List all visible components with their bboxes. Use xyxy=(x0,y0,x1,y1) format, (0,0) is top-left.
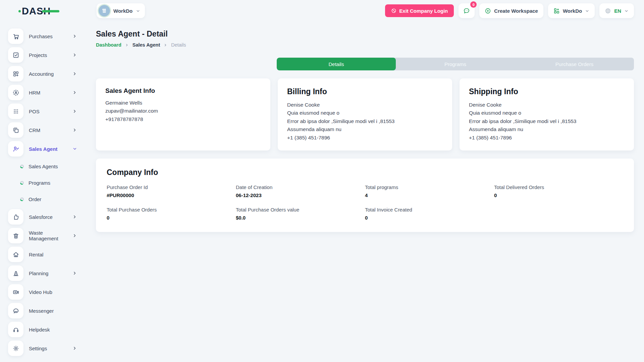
sidebar: Purchases Projects Accounting xyxy=(0,21,84,362)
sidebar-item-label: Planning xyxy=(29,270,67,276)
sidebar-item-video-hub[interactable]: Video Hub xyxy=(8,283,77,301)
ban-icon xyxy=(391,8,396,13)
shipping-info-card: Shipping Info Denise Cooke Quia eiusmod … xyxy=(460,78,634,150)
sidebar-item-label: POS xyxy=(29,109,67,114)
brand-logo[interactable]: DASH xyxy=(0,5,84,17)
apps-grid-plus-icon xyxy=(553,8,560,14)
field-total-purchase-orders: Total Purchase Orders 0 xyxy=(107,207,236,221)
breadcrumb-dashboard-link[interactable]: Dashboard xyxy=(96,42,121,48)
create-workspace-button[interactable]: Create Workspace xyxy=(479,3,543,18)
chevron-right-icon xyxy=(72,128,77,132)
workspace-name: WorkDo xyxy=(113,8,132,14)
sidebar-item-label: Salesforce xyxy=(29,214,67,220)
sidebar-item-label: CRM xyxy=(29,127,67,133)
topbar: DASH WorkDo Exit Company Login xyxy=(0,0,644,21)
shipping-phone: +1 (385) 451-7896 xyxy=(469,134,625,142)
page-title: Sales Agent - Detail xyxy=(96,29,634,39)
agent-name: Germaine Wells xyxy=(105,99,261,107)
workspace-switcher[interactable]: WorkDo xyxy=(97,3,145,18)
submenu-bullet-icon xyxy=(20,181,24,185)
messages-button[interactable]: 0 xyxy=(459,3,475,18)
detail-tabs: Details Programs Purchase Orders xyxy=(277,58,634,70)
tab-programs[interactable]: Programs xyxy=(396,58,515,70)
sidebar-item-projects[interactable]: Projects xyxy=(8,46,77,64)
sidebar-item-hrm[interactable]: HRM xyxy=(8,83,77,102)
tab-purchase-orders[interactable]: Purchase Orders xyxy=(515,58,634,70)
info-cards-row: Sales Agent Info Germaine Wells zupav@ma… xyxy=(96,78,634,150)
exit-company-login-button[interactable]: Exit Company Login xyxy=(385,4,454,17)
sidebar-item-pos[interactable]: POS xyxy=(8,102,77,121)
workdo-menu-button[interactable]: WorkDo xyxy=(548,3,595,18)
field-label: Total Invoice Created xyxy=(365,207,494,213)
company-info-card: Company Info Purchase Order Id #PUR00000… xyxy=(96,159,634,232)
sidebar-item-purchases[interactable]: Purchases xyxy=(8,27,77,46)
sidebar-item-planning[interactable]: Planning xyxy=(8,264,77,283)
sidebar-item-helpdesk[interactable]: Helpdesk xyxy=(8,320,77,339)
sidebar-item-label: Waste Management xyxy=(29,230,67,241)
chevron-right-icon xyxy=(72,90,77,95)
chevron-down-icon xyxy=(136,9,140,13)
tab-details[interactable]: Details xyxy=(277,58,396,70)
chat-bubble-icon xyxy=(463,7,470,14)
sidebar-subitem-sales-agents[interactable]: Sales Agents xyxy=(8,158,77,175)
billing-info-card: Billing Info Denise Cooke Quia eiusmod n… xyxy=(278,78,452,150)
breadcrumb-details: Details xyxy=(171,42,186,48)
card-title: Sales Agent Info xyxy=(105,87,261,95)
workspace-avatar xyxy=(99,5,110,16)
agent-email: zupav@mailinator.com xyxy=(105,107,261,115)
field-label: Purchase Order Id xyxy=(107,184,236,190)
submenu-bullet-icon xyxy=(20,197,24,201)
chevron-right-icon xyxy=(125,43,129,47)
sidebar-item-label: Sales Agent xyxy=(29,146,67,152)
shipping-address-line-1: Quia eiusmod neque o xyxy=(469,109,625,117)
globe-icon xyxy=(605,8,611,14)
sales-agent-info-card: Sales Agent Info Germaine Wells zupav@ma… xyxy=(96,78,270,150)
sidebar-item-salesforce[interactable]: Salesforce xyxy=(8,207,77,226)
sidebar-item-rental[interactable]: Rental xyxy=(8,245,77,264)
chevron-right-icon xyxy=(72,233,77,238)
dash-logo-icon: DASH xyxy=(18,5,60,17)
billing-phone: +1 (385) 451-7896 xyxy=(287,134,443,142)
language-code: EN xyxy=(614,8,621,14)
sidebar-subitem-label: Programs xyxy=(29,180,50,186)
field-value: #PUR00000 xyxy=(107,192,236,198)
field-value: 0 xyxy=(494,192,623,198)
field-value: $0.0 xyxy=(236,215,365,221)
sidebar-item-label: Video Hub xyxy=(29,289,77,295)
sidebar-subitem-programs[interactable]: Programs xyxy=(8,175,77,191)
cone-icon xyxy=(8,265,23,281)
field-total-purchase-orders-value: Total Purchase Orders value $0.0 xyxy=(236,207,365,221)
submenu-bullet-icon xyxy=(20,165,24,168)
field-value: 06-12-2023 xyxy=(236,192,365,198)
dots-grid-icon xyxy=(8,104,23,119)
sidebar-subitem-label: Order xyxy=(29,196,41,202)
sidebar-item-accounting[interactable]: Accounting xyxy=(8,64,77,83)
field-label: Date of Creation xyxy=(236,184,365,190)
sidebar-item-sales-agent[interactable]: Sales Agent xyxy=(8,139,77,158)
shipping-address-line-3: Assumenda aliquam nu xyxy=(469,125,625,133)
chevron-down-icon xyxy=(585,9,589,13)
person-dashed-circle-icon xyxy=(8,85,23,100)
field-label: Total Purchase Orders value xyxy=(236,207,365,213)
field-label: Total programs xyxy=(365,184,494,190)
field-total-delivered-orders: Total Delivered Orders 0 xyxy=(494,184,623,198)
company-info-grid: Purchase Order Id #PUR00000 Date of Crea… xyxy=(107,184,623,221)
field-label: Total Purchase Orders xyxy=(107,207,236,213)
sidebar-subitem-order[interactable]: Order xyxy=(8,191,77,207)
plus-circle-icon xyxy=(485,8,491,14)
breadcrumb-sales-agent-link[interactable]: Sales Agent xyxy=(132,42,160,48)
sidebar-item-waste-management[interactable]: Waste Management xyxy=(8,226,77,245)
sidebar-subitem-label: Sales Agents xyxy=(29,164,58,169)
billing-name: Denise Cooke xyxy=(287,101,443,109)
field-total-programs: Total programs 4 xyxy=(365,184,494,198)
chevron-right-icon xyxy=(72,109,77,114)
sidebar-item-label: HRM xyxy=(29,90,67,96)
sidebar-item-messenger[interactable]: Messenger xyxy=(8,301,77,320)
check-square-icon xyxy=(8,47,23,63)
chevron-down-icon xyxy=(72,146,77,151)
sidebar-item-settings[interactable]: Settings xyxy=(8,339,77,358)
sidebar-item-label: Accounting xyxy=(29,71,67,77)
language-selector[interactable]: EN xyxy=(599,3,634,18)
sidebar-item-crm[interactable]: CRM xyxy=(8,121,77,139)
sidebar-item-label: Rental xyxy=(29,252,77,257)
